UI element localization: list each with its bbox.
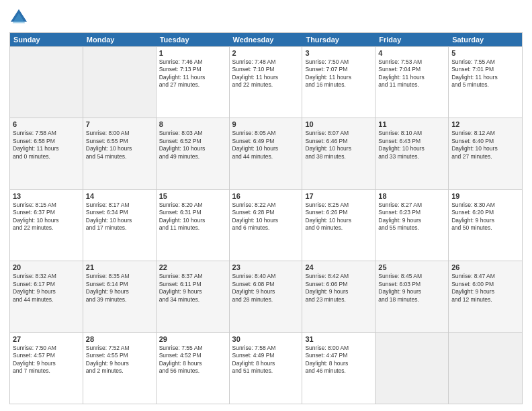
day-cell-23: 23Sunrise: 8:40 AM Sunset: 6:08 PM Dayli…	[230, 261, 303, 332]
day-cell-17: 17Sunrise: 8:25 AM Sunset: 6:26 PM Dayli…	[302, 190, 375, 261]
day-info: Sunrise: 7:55 AM Sunset: 7:01 PM Dayligh…	[451, 58, 519, 89]
day-cell-22: 22Sunrise: 8:37 AM Sunset: 6:11 PM Dayli…	[157, 261, 230, 332]
day-cell-24: 24Sunrise: 8:42 AM Sunset: 6:06 PM Dayli…	[302, 261, 375, 332]
day-number: 21	[86, 263, 153, 271]
weekday-header-saturday: Saturday	[449, 33, 522, 46]
weekday-header-thursday: Thursday	[302, 33, 375, 46]
day-info: Sunrise: 8:03 AM Sunset: 6:52 PM Dayligh…	[159, 130, 226, 161]
day-info: Sunrise: 7:53 AM Sunset: 7:04 PM Dayligh…	[378, 58, 445, 89]
day-cell-8: 8Sunrise: 8:03 AM Sunset: 6:52 PM Daylig…	[157, 118, 230, 189]
day-info: Sunrise: 8:42 AM Sunset: 6:06 PM Dayligh…	[305, 273, 372, 304]
day-info: Sunrise: 7:58 AM Sunset: 4:49 PM Dayligh…	[232, 345, 300, 375]
day-cell-10: 10Sunrise: 8:07 AM Sunset: 6:46 PM Dayli…	[302, 118, 375, 189]
empty-cell	[375, 333, 449, 404]
day-cell-9: 9Sunrise: 8:05 AM Sunset: 6:49 PM Daylig…	[230, 118, 303, 189]
calendar-row-3: 13Sunrise: 8:15 AM Sunset: 6:37 PM Dayli…	[10, 189, 522, 261]
day-cell-27: 27Sunrise: 7:50 AM Sunset: 4:57 PM Dayli…	[10, 333, 83, 404]
day-info: Sunrise: 7:50 AM Sunset: 7:07 PM Dayligh…	[305, 58, 372, 89]
logo	[9, 8, 31, 27]
day-number: 4	[378, 49, 445, 57]
day-cell-29: 29Sunrise: 7:55 AM Sunset: 4:52 PM Dayli…	[157, 333, 230, 404]
day-info: Sunrise: 8:07 AM Sunset: 6:46 PM Dayligh…	[305, 130, 372, 161]
day-cell-4: 4Sunrise: 7:53 AM Sunset: 7:04 PM Daylig…	[375, 47, 449, 118]
day-info: Sunrise: 8:15 AM Sunset: 6:37 PM Dayligh…	[13, 201, 80, 232]
day-cell-1: 1Sunrise: 7:46 AM Sunset: 7:13 PM Daylig…	[157, 47, 230, 118]
day-number: 18	[378, 192, 445, 200]
day-info: Sunrise: 8:45 AM Sunset: 6:03 PM Dayligh…	[378, 273, 445, 304]
calendar: SundayMondayTuesdayWednesdayThursdayFrid…	[9, 32, 523, 404]
day-number: 30	[232, 335, 300, 343]
day-number: 28	[86, 335, 153, 343]
day-cell-5: 5Sunrise: 7:55 AM Sunset: 7:01 PM Daylig…	[449, 47, 522, 118]
day-info: Sunrise: 8:12 AM Sunset: 6:40 PM Dayligh…	[451, 130, 519, 161]
day-info: Sunrise: 7:48 AM Sunset: 7:10 PM Dayligh…	[232, 58, 300, 89]
day-number: 29	[159, 335, 226, 343]
day-number: 15	[159, 192, 226, 200]
day-number: 12	[451, 120, 519, 128]
day-info: Sunrise: 8:00 AM Sunset: 6:55 PM Dayligh…	[86, 130, 153, 161]
day-number: 7	[86, 120, 153, 128]
day-info: Sunrise: 8:00 AM Sunset: 4:47 PM Dayligh…	[305, 345, 372, 375]
day-number: 5	[451, 49, 519, 57]
day-cell-15: 15Sunrise: 8:20 AM Sunset: 6:31 PM Dayli…	[157, 190, 230, 261]
day-number: 14	[86, 192, 153, 200]
day-info: Sunrise: 7:52 AM Sunset: 4:55 PM Dayligh…	[86, 345, 153, 375]
day-info: Sunrise: 8:32 AM Sunset: 6:17 PM Dayligh…	[13, 273, 80, 304]
weekday-header-wednesday: Wednesday	[230, 33, 303, 46]
empty-cell	[10, 47, 83, 118]
day-number: 31	[305, 335, 372, 343]
day-number: 1	[159, 49, 226, 57]
day-cell-26: 26Sunrise: 8:47 AM Sunset: 6:00 PM Dayli…	[449, 261, 522, 332]
day-cell-13: 13Sunrise: 8:15 AM Sunset: 6:37 PM Dayli…	[10, 190, 83, 261]
empty-cell	[83, 47, 157, 118]
day-cell-11: 11Sunrise: 8:10 AM Sunset: 6:43 PM Dayli…	[375, 118, 449, 189]
day-info: Sunrise: 8:05 AM Sunset: 6:49 PM Dayligh…	[232, 130, 300, 161]
day-info: Sunrise: 7:46 AM Sunset: 7:13 PM Dayligh…	[159, 58, 226, 89]
day-cell-16: 16Sunrise: 8:22 AM Sunset: 6:28 PM Dayli…	[230, 190, 303, 261]
logo-icon	[9, 8, 28, 27]
day-info: Sunrise: 7:55 AM Sunset: 4:52 PM Dayligh…	[159, 345, 226, 375]
day-cell-28: 28Sunrise: 7:52 AM Sunset: 4:55 PM Dayli…	[83, 333, 157, 404]
day-cell-2: 2Sunrise: 7:48 AM Sunset: 7:10 PM Daylig…	[230, 47, 303, 118]
day-number: 19	[451, 192, 519, 200]
calendar-row-5: 27Sunrise: 7:50 AM Sunset: 4:57 PM Dayli…	[10, 332, 522, 404]
day-number: 9	[232, 120, 300, 128]
day-info: Sunrise: 8:40 AM Sunset: 6:08 PM Dayligh…	[232, 273, 300, 304]
day-number: 23	[232, 263, 300, 271]
day-info: Sunrise: 8:35 AM Sunset: 6:14 PM Dayligh…	[86, 273, 153, 304]
day-cell-7: 7Sunrise: 8:00 AM Sunset: 6:55 PM Daylig…	[83, 118, 157, 189]
weekday-header-friday: Friday	[375, 33, 449, 46]
day-info: Sunrise: 7:58 AM Sunset: 6:58 PM Dayligh…	[13, 130, 80, 161]
weekday-header-sunday: Sunday	[10, 33, 83, 46]
day-number: 17	[305, 192, 372, 200]
calendar-row-4: 20Sunrise: 8:32 AM Sunset: 6:17 PM Dayli…	[10, 261, 522, 332]
day-number: 10	[305, 120, 372, 128]
page: SundayMondayTuesdayWednesdayThursdayFrid…	[0, 0, 532, 411]
day-cell-18: 18Sunrise: 8:27 AM Sunset: 6:23 PM Dayli…	[375, 190, 449, 261]
day-cell-6: 6Sunrise: 7:58 AM Sunset: 6:58 PM Daylig…	[10, 118, 83, 189]
day-info: Sunrise: 8:47 AM Sunset: 6:00 PM Dayligh…	[451, 273, 519, 304]
calendar-header: SundayMondayTuesdayWednesdayThursdayFrid…	[10, 33, 522, 46]
day-info: Sunrise: 8:10 AM Sunset: 6:43 PM Dayligh…	[378, 130, 445, 161]
day-cell-31: 31Sunrise: 8:00 AM Sunset: 4:47 PM Dayli…	[302, 333, 375, 404]
day-number: 25	[378, 263, 445, 271]
day-cell-20: 20Sunrise: 8:32 AM Sunset: 6:17 PM Dayli…	[10, 261, 83, 332]
day-number: 11	[378, 120, 445, 128]
header	[9, 8, 523, 27]
weekday-header-tuesday: Tuesday	[157, 33, 230, 46]
day-cell-19: 19Sunrise: 8:30 AM Sunset: 6:20 PM Dayli…	[449, 190, 522, 261]
calendar-row-1: 1Sunrise: 7:46 AM Sunset: 7:13 PM Daylig…	[10, 46, 522, 118]
day-info: Sunrise: 8:22 AM Sunset: 6:28 PM Dayligh…	[232, 201, 300, 232]
day-number: 20	[13, 263, 80, 271]
day-number: 3	[305, 49, 372, 57]
day-number: 26	[451, 263, 519, 271]
day-info: Sunrise: 8:20 AM Sunset: 6:31 PM Dayligh…	[159, 201, 226, 232]
day-number: 8	[159, 120, 226, 128]
day-number: 2	[232, 49, 300, 57]
day-number: 27	[13, 335, 80, 343]
day-cell-30: 30Sunrise: 7:58 AM Sunset: 4:49 PM Dayli…	[230, 333, 303, 404]
day-info: Sunrise: 8:30 AM Sunset: 6:20 PM Dayligh…	[451, 201, 519, 232]
weekday-header-monday: Monday	[83, 33, 157, 46]
empty-cell	[449, 333, 522, 404]
day-cell-12: 12Sunrise: 8:12 AM Sunset: 6:40 PM Dayli…	[449, 118, 522, 189]
